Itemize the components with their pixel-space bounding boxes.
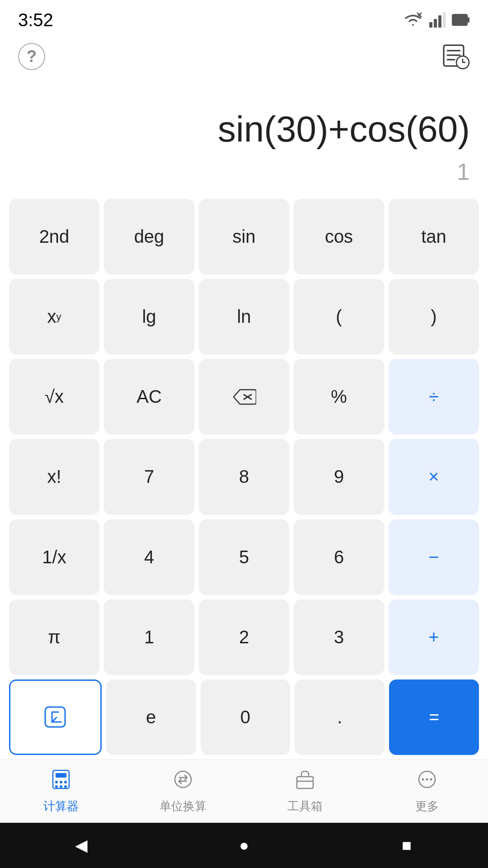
svg-point-22 — [60, 785, 62, 788]
nav-convert-label: 单位换算 — [160, 798, 206, 814]
history-button[interactable] — [442, 42, 470, 71]
key-special[interactable] — [9, 679, 102, 755]
key-row-6: e0.= — [9, 679, 479, 755]
nav-calculator-icon — [50, 769, 72, 795]
key-4[interactable]: 4 — [104, 519, 194, 595]
nav-toolbox-label: 工具箱 — [287, 798, 323, 814]
key-divide[interactable]: ÷ — [389, 359, 479, 434]
back-button[interactable]: ◀ — [68, 832, 95, 859]
svg-rect-7 — [468, 17, 469, 23]
key-5[interactable]: 5 — [199, 519, 289, 595]
key-factorial[interactable]: x! — [9, 439, 99, 514]
key-6[interactable]: 6 — [294, 519, 384, 595]
svg-point-28 — [422, 778, 424, 781]
key-tan[interactable]: tan — [389, 199, 479, 274]
key-xpow[interactable]: xy — [9, 279, 99, 354]
svg-point-18 — [55, 781, 58, 783]
key-sin[interactable]: sin — [199, 199, 289, 274]
key-plus[interactable]: + — [389, 599, 479, 675]
svg-point-29 — [426, 778, 428, 781]
key-row-0: 2nddegsincostan — [9, 199, 479, 274]
expression: sin(30)+cos(60) — [218, 109, 470, 149]
key-2nd[interactable]: 2nd — [9, 199, 99, 274]
display-area: sin(30)+cos(60) 1 — [0, 77, 488, 194]
key-rparen[interactable]: ) — [389, 279, 479, 354]
key-ln[interactable]: ln — [199, 279, 289, 354]
key-deg[interactable]: deg — [104, 199, 194, 274]
help-button[interactable]: ? — [18, 43, 45, 70]
key-ac[interactable]: AC — [104, 359, 194, 434]
signal-icon — [429, 12, 446, 28]
key-row-2: √xAC %÷ — [9, 359, 479, 434]
wifi-icon — [403, 12, 423, 28]
key-row-3: x!789× — [9, 439, 479, 514]
key-e[interactable]: e — [106, 679, 196, 755]
key-minus[interactable]: − — [389, 519, 479, 595]
key-percent[interactable]: % — [294, 359, 384, 434]
key-row-1: xylgln() — [9, 279, 479, 354]
key-sqrt[interactable]: √x — [9, 359, 99, 434]
status-time: 3:52 — [18, 10, 53, 30]
home-button[interactable]: ● — [230, 832, 258, 859]
android-nav: ◀ ● ■ — [0, 823, 488, 868]
key-equals[interactable]: = — [389, 679, 479, 755]
status-bar: 3:52 — [0, 0, 488, 36]
key-lg[interactable]: lg — [104, 279, 194, 354]
key-0[interactable]: 0 — [201, 679, 291, 755]
nav-convert-icon — [172, 769, 194, 795]
history-icon — [442, 42, 470, 70]
top-bar: ? — [0, 36, 488, 77]
key-pi[interactable]: π — [9, 599, 99, 675]
svg-point-21 — [55, 785, 58, 788]
svg-point-24 — [175, 771, 191, 788]
nav-convert[interactable]: 单位换算 — [122, 760, 244, 823]
recents-button[interactable]: ■ — [393, 832, 420, 859]
svg-rect-5 — [443, 12, 446, 28]
key-1[interactable]: 1 — [104, 599, 194, 675]
svg-point-30 — [430, 778, 432, 781]
svg-point-23 — [64, 785, 67, 788]
svg-rect-15 — [45, 707, 65, 727]
key-multiply[interactable]: × — [389, 439, 479, 514]
key-3[interactable]: 3 — [294, 599, 384, 675]
svg-rect-4 — [438, 15, 441, 28]
key-row-4: 1/x456− — [9, 519, 479, 595]
help-icon: ? — [27, 47, 37, 66]
key-8[interactable]: 8 — [199, 439, 289, 514]
key-cos[interactable]: cos — [294, 199, 384, 274]
svg-rect-6 — [452, 14, 467, 25]
status-icons — [403, 12, 470, 28]
svg-point-20 — [64, 781, 67, 783]
battery-icon — [452, 12, 470, 28]
key-9[interactable]: 9 — [294, 439, 384, 514]
nav-calculator[interactable]: 计算器 — [0, 760, 122, 823]
key-row-5: π123+ — [9, 599, 479, 675]
nav-more[interactable]: 更多 — [366, 760, 488, 823]
bottom-nav: 计算器 单位换算 工具箱 更多 — [0, 760, 488, 823]
nav-calculator-label: 计算器 — [43, 798, 79, 814]
key-dot[interactable]: . — [295, 679, 385, 755]
nav-more-label: 更多 — [415, 798, 439, 814]
nav-more-icon — [416, 769, 438, 795]
svg-point-19 — [60, 781, 62, 783]
key-backspace[interactable] — [199, 359, 289, 434]
svg-rect-2 — [429, 22, 432, 28]
nav-toolbox[interactable]: 工具箱 — [244, 760, 366, 823]
key-lparen[interactable]: ( — [294, 279, 384, 354]
svg-rect-25 — [297, 777, 313, 788]
key-7[interactable]: 7 — [104, 439, 194, 514]
keypad: 2nddegsincostanxylgln()√xAC %÷x!789×1/x4… — [0, 194, 488, 760]
result: 1 — [457, 158, 470, 185]
svg-rect-3 — [434, 19, 437, 28]
nav-toolbox-icon — [294, 769, 316, 795]
key-reciprocal[interactable]: 1/x — [9, 519, 99, 595]
key-2[interactable]: 2 — [199, 599, 289, 675]
svg-rect-17 — [56, 773, 66, 778]
